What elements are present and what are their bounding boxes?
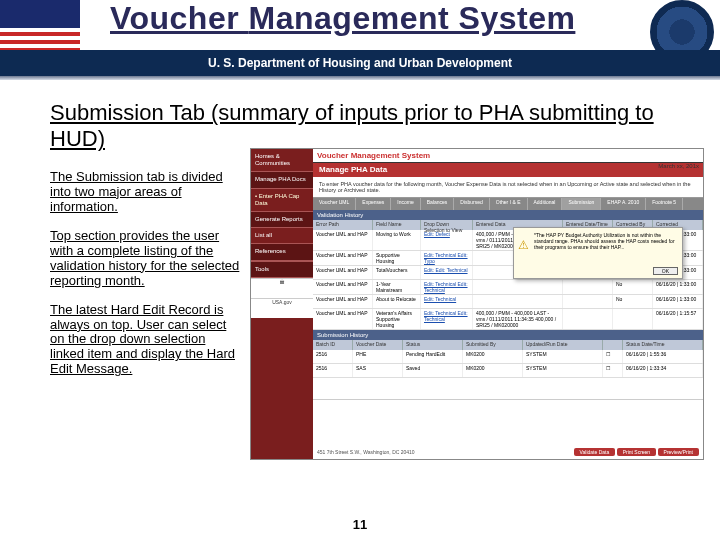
tab[interactable]: Footnote 5 [646,198,683,210]
hard-edit-alert: *The HAP PY Budget Authority Utilization… [513,227,683,279]
preview-print-button[interactable]: Preview/Print [658,448,699,456]
section-redbar: Manage PHA Data [313,163,703,177]
sidebar-nav-sub[interactable]: • Enter PHA Cap Data [251,189,313,211]
tab[interactable]: Voucher UML [313,198,356,210]
table-row: 2516SASSavedMK0200SYSTEM☐06/16/20 | 1:33… [313,364,703,378]
screenshot-sidebar: Homes & Communities Manage PHA Docs • En… [251,149,313,460]
tab[interactable]: Expenses [356,198,391,210]
tab[interactable]: Income [391,198,420,210]
page-number: 11 [0,517,720,532]
tab-bar: Voucher UML Expenses Income Balances Dis… [313,198,703,210]
tab[interactable]: Additional [528,198,563,210]
footer-address: 451 7th Street S.W., Washington, DC 2041… [317,449,415,455]
table-row: Voucher UML and HAP1-Year MainstreamEdit… [313,280,703,295]
table-row: Voucher UML and HAPAbout to RelocateEdit… [313,295,703,309]
section-validation-history: Validation History [313,210,703,220]
sidebar-nav-item[interactable]: Tools [251,261,313,278]
usagov-badge: USA.gov [251,298,313,318]
tab[interactable]: Disbursed [454,198,490,210]
sidebar-nav-item[interactable]: Generate Reports [251,211,313,228]
table-row: Voucher UML and HAPVeteran's Affairs Sup… [313,309,703,330]
tab[interactable]: Other I & E [490,198,528,210]
alert-ok-button[interactable]: OK [653,267,678,275]
section-submission-history: Submission History [313,330,703,340]
paragraph-1: The Submission tab is divided into two m… [50,170,240,215]
print-screen-button[interactable]: Print Screen [617,448,657,456]
slide-title: Voucher Management System [110,0,575,37]
sidebar-nav-sub[interactable]: List all [251,228,313,243]
alert-text: *The HAP PY Budget Authority Utilization… [534,232,675,250]
divider [0,76,720,80]
sidebar-nav-item[interactable]: Manage PHA Docs [251,171,313,188]
sidebar-nav-item[interactable]: References [251,243,313,260]
app-header-title: Voucher Management System [313,151,430,160]
submission-grid-header: Batch ID Voucher Date Status Submitted B… [313,340,703,350]
screenshot-main: Voucher Management System Manage PHA Dat… [313,149,703,459]
sub-header: Submission Tab (summary of inputs prior … [50,100,670,152]
header-date: March xx, 201x [658,163,699,169]
whitehouse-badge: 🏛 [251,278,313,298]
tab-submission[interactable]: Submission [562,198,601,210]
department-band: U. S. Department of Housing and Urban De… [0,50,720,76]
table-row: 2516PHEPending HardEditMK0200SYSTEM☐06/1… [313,350,703,364]
screenshot: Homes & Communities Manage PHA Docs • En… [250,148,704,460]
sidebar-brand: Homes & Communities [251,149,313,171]
tab[interactable]: Balances [421,198,455,210]
paragraph-2: Top section provides the user with a com… [50,229,240,289]
section-description: To enter PHA voucher data for the follow… [313,177,703,198]
screenshot-footer: 451 7th Street S.W., Washington, DC 2041… [313,399,703,459]
screenshot-header: Voucher Management System [313,149,703,163]
flag-image [0,0,80,56]
tab[interactable]: EHAP A. 2010 [601,198,646,210]
body-text-column: The Submission tab is divided into two m… [50,170,240,391]
validate-button[interactable]: Validate Data [574,448,616,456]
paragraph-3: The latest Hard Edit Record is always on… [50,303,240,378]
